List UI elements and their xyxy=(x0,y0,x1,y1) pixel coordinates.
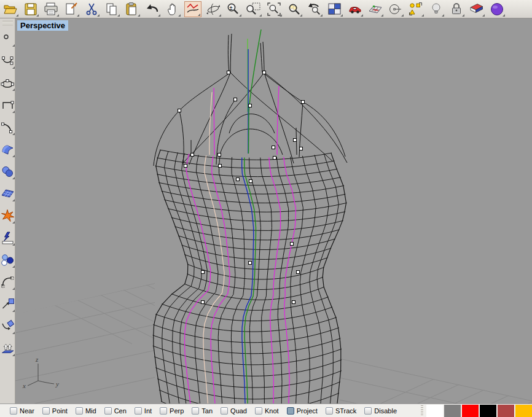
control-point[interactable] xyxy=(227,71,230,74)
viewport-title[interactable]: Perspective xyxy=(17,20,68,31)
control-point[interactable] xyxy=(219,165,222,168)
zoom-dynamic-icon[interactable]: ± xyxy=(225,1,242,17)
cut-icon[interactable] xyxy=(83,1,100,17)
control-point[interactable] xyxy=(272,146,275,149)
save-icon[interactable] xyxy=(22,1,39,17)
solid-spheres-icon[interactable] xyxy=(0,163,15,180)
paste-icon[interactable] xyxy=(123,1,141,17)
viewport-canvas[interactable]: z x y xyxy=(15,18,532,403)
cplane-icon[interactable] xyxy=(367,1,384,17)
osnap-tan[interactable]: Tan xyxy=(192,407,213,415)
checkbox[interactable] xyxy=(135,407,142,415)
control-point[interactable] xyxy=(184,165,187,168)
extrude-icon[interactable] xyxy=(0,340,15,357)
control-point-curve-icon[interactable] xyxy=(0,52,15,69)
control-point[interactable] xyxy=(297,271,300,274)
copy-icon[interactable] xyxy=(103,1,120,17)
lamp-icon[interactable] xyxy=(428,1,445,17)
checkbox[interactable] xyxy=(104,407,112,415)
print-icon[interactable] xyxy=(42,1,60,17)
palette-grip[interactable] xyxy=(421,405,423,416)
control-point[interactable] xyxy=(249,104,252,107)
properties-icon[interactable] xyxy=(488,1,506,17)
checkbox[interactable] xyxy=(10,407,17,415)
control-point[interactable] xyxy=(263,71,266,74)
checkbox[interactable] xyxy=(192,407,199,415)
control-point[interactable] xyxy=(178,109,181,112)
osnap-point[interactable]: Point xyxy=(42,407,68,415)
osnap-quad[interactable]: Quad xyxy=(221,407,247,415)
osnap-knot[interactable]: Knot xyxy=(255,407,279,415)
toolbar-grip[interactable] xyxy=(2,21,13,25)
point-icon[interactable] xyxy=(0,30,15,47)
control-point[interactable] xyxy=(191,154,194,157)
checkbox[interactable] xyxy=(364,407,372,415)
control-point[interactable] xyxy=(300,147,303,150)
control-point[interactable] xyxy=(249,262,252,265)
osnap-label: Quad xyxy=(230,407,247,415)
perspective-viewport[interactable]: z x y xyxy=(15,18,532,403)
fillet-icon[interactable] xyxy=(0,273,15,290)
control-point[interactable] xyxy=(294,139,297,142)
boolean-icon[interactable] xyxy=(0,251,15,268)
export-page-icon[interactable] xyxy=(63,1,80,17)
rotate-view-icon[interactable] xyxy=(205,1,222,17)
undo-view-icon[interactable] xyxy=(306,1,323,17)
lock-icon[interactable] xyxy=(448,1,465,17)
named-view-icon[interactable] xyxy=(346,1,364,17)
osnap-cen[interactable]: Cen xyxy=(104,407,127,415)
ellipse-icon[interactable] xyxy=(0,74,15,92)
checkbox[interactable] xyxy=(287,407,294,415)
set-view-icon[interactable] xyxy=(387,1,404,17)
rectangle-icon[interactable] xyxy=(0,96,15,114)
osnap-strack[interactable]: STrack xyxy=(326,407,356,415)
osnap-int[interactable]: Int xyxy=(135,407,152,415)
object-snap-icon[interactable] xyxy=(407,1,424,17)
checkbox[interactable] xyxy=(326,407,333,415)
surface-icon[interactable] xyxy=(0,141,15,158)
color-swatch[interactable] xyxy=(498,405,514,417)
checkbox[interactable] xyxy=(255,407,262,415)
control-point[interactable] xyxy=(201,301,205,304)
color-swatch[interactable] xyxy=(444,405,461,417)
zoom-window-icon[interactable] xyxy=(245,1,262,17)
open-file-icon[interactable] xyxy=(2,1,19,17)
move-icon[interactable] xyxy=(0,295,15,313)
osnap-label: Near xyxy=(20,407,34,415)
color-swatch[interactable] xyxy=(426,405,443,417)
checkbox[interactable] xyxy=(221,407,228,415)
layers-icon[interactable] xyxy=(468,1,485,17)
color-swatch[interactable] xyxy=(515,405,532,417)
mesh-icon[interactable] xyxy=(0,185,15,202)
control-point[interactable] xyxy=(273,157,276,160)
osnap-project[interactable]: Project xyxy=(287,407,318,415)
osnap-disable[interactable]: Disable xyxy=(364,407,397,415)
color-swatch[interactable] xyxy=(480,405,496,417)
color-swatch[interactable] xyxy=(462,405,479,417)
viewport-layout-icon[interactable] xyxy=(326,1,343,17)
arc-icon[interactable] xyxy=(0,119,15,136)
control-point[interactable] xyxy=(201,271,205,274)
section-icon[interactable] xyxy=(0,229,15,246)
control-point[interactable] xyxy=(237,178,240,181)
control-point[interactable] xyxy=(234,98,237,101)
explode-icon[interactable] xyxy=(0,207,15,224)
osnap-near[interactable]: Near xyxy=(10,407,34,415)
control-point[interactable] xyxy=(292,301,295,304)
control-point[interactable] xyxy=(249,180,252,183)
zoom-selected-icon[interactable] xyxy=(286,1,303,17)
checkbox[interactable] xyxy=(160,407,167,415)
osnap-perp[interactable]: Perp xyxy=(160,407,184,415)
checkbox[interactable] xyxy=(76,407,83,415)
rotate-icon[interactable] xyxy=(0,318,15,335)
osnap-label: Knot xyxy=(265,407,279,415)
control-point[interactable] xyxy=(291,243,294,246)
checkbox[interactable] xyxy=(42,407,50,415)
pan-view-icon[interactable] xyxy=(164,1,181,17)
undo-icon[interactable] xyxy=(144,1,161,17)
control-point[interactable] xyxy=(218,154,221,157)
control-point[interactable] xyxy=(302,101,305,104)
osnap-mid[interactable]: Mid xyxy=(76,407,96,415)
analyze-curve-icon[interactable] xyxy=(184,1,201,17)
zoom-extents-icon[interactable] xyxy=(265,1,283,17)
